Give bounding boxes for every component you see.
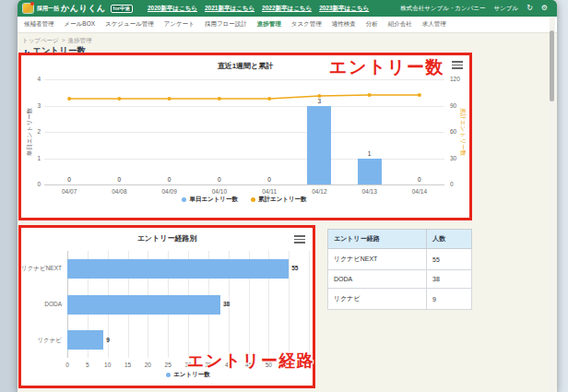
user-name[interactable]: サンプル <box>494 5 519 13</box>
table-row: リクナビ9 <box>328 289 472 310</box>
entry-route-table: エントリー経路人数 リクナビNEXT55DODA38リクナビ9 <box>327 229 472 310</box>
breadcrumb-current: 進捗管理 <box>68 37 92 43</box>
breadcrumb-separator: > <box>62 37 65 43</box>
bar-value-label: 55 <box>291 265 308 272</box>
breadcrumb: トップページ>進捗管理 <box>22 37 92 45</box>
bar-value-label: 9 <box>106 337 123 344</box>
x-axis-tick-label: 5 <box>80 362 95 369</box>
app-logo[interactable]: 採用一括 かんりくん for中途 <box>23 3 133 15</box>
chart1-legend: 単日エントリー数累計エントリー数 <box>44 195 444 204</box>
company-name: 株式会社サンプル・カンパニー <box>400 5 485 13</box>
nav-item[interactable]: メールBOX <box>65 20 96 29</box>
route-entry-bar <box>67 295 220 315</box>
table-header-cell: エントリー経路 <box>328 230 427 249</box>
x-axis-tick-label: 10 <box>101 362 115 369</box>
table-cell: DODA <box>328 270 427 289</box>
y-axis-title: 単日エントリー数 <box>26 108 34 157</box>
breadcrumb-home[interactable]: トップページ <box>22 37 59 43</box>
header-link[interactable]: 2021新卒はこちら <box>205 5 254 13</box>
legend-marker <box>166 373 171 377</box>
grid-line <box>309 251 310 358</box>
x-axis-tick-label: 20 <box>140 362 155 369</box>
table-cell: リクナビNEXT <box>328 249 427 270</box>
table-header-cell: 人数 <box>427 230 472 249</box>
y2-axis-tick-label: 0 <box>450 181 468 188</box>
table-row: リクナビNEXT55 <box>328 249 472 270</box>
nav-item[interactable]: 進捗管理 <box>257 20 281 29</box>
nav-item[interactable]: 分析 <box>366 20 378 29</box>
legend-label: 累計エントリー数 <box>258 196 307 204</box>
category-label: リクナビNEXT <box>21 265 62 272</box>
annotation-entry-count: エントリー数 <box>329 55 444 79</box>
annotation-entry-route: エントリー経路 <box>187 350 314 372</box>
y-axis-tick-label: 4 <box>26 76 41 83</box>
logo-text-prefix: 採用一括 <box>37 5 59 13</box>
header-right: 株式会社サンプル・カンパニー サンプル ↻ ⚙ <box>400 5 557 13</box>
x-axis-tick-label: 15 <box>121 362 136 369</box>
table-row: DODA38 <box>328 270 472 289</box>
route-entry-bar <box>67 259 289 279</box>
main-nav: 候補者管理メールBOXスケジュール管理アンケート採用フロー設計進捗管理タスク管理… <box>18 17 557 33</box>
legend-item[interactable]: 累計エントリー数 <box>251 196 307 204</box>
nav-item[interactable]: 適性検査 <box>332 20 356 29</box>
legend-item[interactable]: 単日エントリー数 <box>182 196 238 204</box>
header-link[interactable]: 2020新卒はこちら <box>148 5 197 13</box>
legend-label: 単日エントリー数 <box>189 196 238 204</box>
logo-text-main: かんりくん <box>61 3 106 15</box>
y-axis-tick-label: 0 <box>26 181 41 188</box>
table-cell: 9 <box>427 289 472 310</box>
table-cell: リクナビ <box>328 289 427 310</box>
app-window: 採用一括 かんりくん for中途 2020新卒はこちら2021新卒はこちら202… <box>18 0 557 392</box>
legend-marker <box>251 197 255 202</box>
scrollbar[interactable] <box>550 18 555 392</box>
x-axis-line <box>44 184 444 185</box>
logo-badge: for中途 <box>111 5 133 13</box>
nav-item[interactable]: 採用フロー設計 <box>205 20 247 29</box>
nav-item[interactable]: スケジュール管理 <box>105 20 154 29</box>
nav-item[interactable]: タスク管理 <box>291 20 322 29</box>
gear-icon[interactable]: ⚙ <box>541 5 548 12</box>
table-head: エントリー経路人数 <box>328 230 472 249</box>
app-header: 採用一括 かんりくん for中途 2020新卒はこちら2021新卒はこちら202… <box>18 0 557 17</box>
table-header-row: エントリー経路人数 <box>328 230 472 249</box>
table-cell: 38 <box>427 270 472 289</box>
x-axis-tick-label: 25 <box>160 362 175 369</box>
cumulative-line-series <box>44 79 444 184</box>
x-axis-tick-label: 0 <box>60 362 75 369</box>
header-link[interactable]: 2022新卒はこちら <box>262 5 312 13</box>
legend-marker <box>182 197 186 202</box>
scrollbar-thumb[interactable] <box>550 30 554 101</box>
header-links: 2020新卒はこちら2021新卒はこちら2022新卒はこちら2023新卒はこちら <box>148 5 369 13</box>
bar-value-label: 38 <box>223 301 240 308</box>
header-link[interactable]: 2023新卒はこちら <box>319 5 369 13</box>
nav-item[interactable]: 候補者管理 <box>24 20 54 29</box>
logo-icon <box>23 4 33 13</box>
nav-item[interactable]: 求人管理 <box>422 20 446 29</box>
category-label: DODA <box>21 301 62 308</box>
category-label: リクナビ <box>21 337 62 344</box>
y2-axis-title: 累計エントリー数 <box>458 108 467 157</box>
y2-axis-tick-label: 120 <box>450 76 468 83</box>
grid-line <box>289 251 290 358</box>
nav-item[interactable]: 紹介会社 <box>388 20 412 29</box>
nav-item[interactable]: アンケート <box>164 20 195 29</box>
route-entry-bar <box>67 330 103 350</box>
entry-count-chart: 012340306090120単日エントリー数累計エントリー数04/07004/… <box>21 55 469 218</box>
refresh-icon[interactable]: ↻ <box>527 5 533 12</box>
table-cell: 55 <box>427 249 472 270</box>
table-body: リクナビNEXT55DODA38リクナビ9 <box>328 249 472 310</box>
